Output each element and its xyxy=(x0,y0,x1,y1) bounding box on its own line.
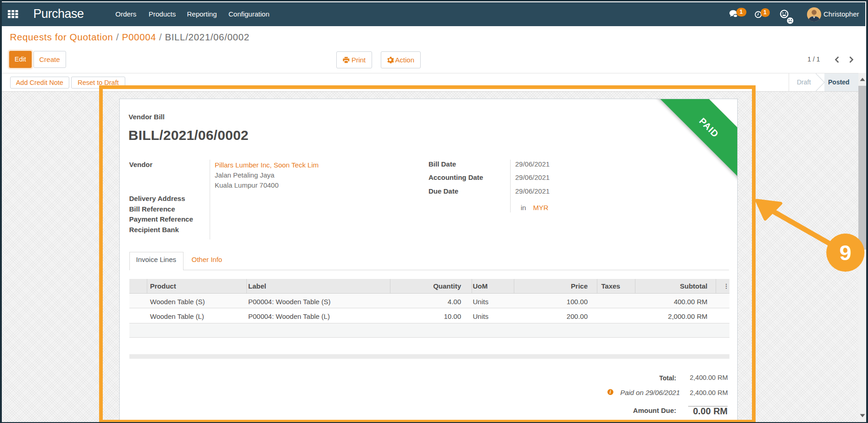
svg-text:9: 9 xyxy=(840,240,851,265)
